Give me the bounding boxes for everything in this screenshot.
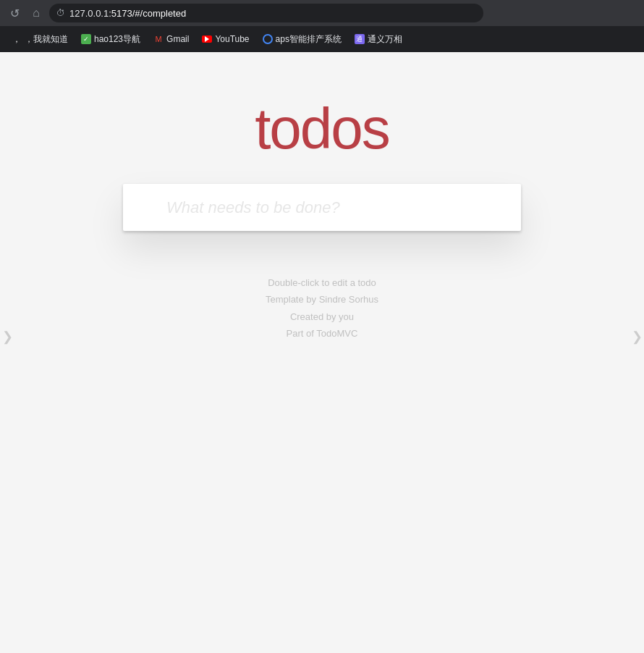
bookmarks-bar: ， ，我就知道 ✓ hao123导航 M Gmail YouTube aps智能… <box>0 26 644 52</box>
footer-line3: Created by you <box>266 308 378 325</box>
wozhi-icon: ， <box>12 34 22 44</box>
address-text: 127.0.0.1:5173/#/completed <box>69 8 186 19</box>
todo-input-container <box>123 184 521 231</box>
nav-icons: ↺ ⌂ <box>7 6 43 20</box>
main-content: todos Double-click to edit a todo Templa… <box>0 52 644 653</box>
browser-chrome: ↺ ⌂ ⏱ 127.0.0.1:5173/#/completed ， ，我就知道… <box>0 0 644 52</box>
footer-line1: Double-click to edit a todo <box>266 274 378 291</box>
bookmark-label: 通义万相 <box>368 33 402 46</box>
youtube-icon <box>202 35 212 43</box>
bookmark-label: ，我就知道 <box>25 33 68 46</box>
hao123-icon: ✓ <box>81 34 91 44</box>
reload-icon[interactable]: ↺ <box>7 6 22 20</box>
bookmark-aps[interactable]: aps智能排产系统 <box>257 30 347 49</box>
gmail-icon: M <box>153 34 164 44</box>
todo-input[interactable] <box>123 184 521 231</box>
timer-icon: ⏱ <box>56 8 65 18</box>
home-icon[interactable]: ⌂ <box>29 6 43 20</box>
bookmark-youtube[interactable]: YouTube <box>196 31 255 47</box>
app-title: todos <box>255 96 389 162</box>
bookmark-label: aps智能排产系统 <box>276 33 342 46</box>
tongyi-icon: 通 <box>355 34 365 44</box>
bookmark-wozhi[interactable]: ， ，我就知道 <box>6 30 74 49</box>
aps-icon <box>263 34 273 44</box>
bookmark-label: hao123导航 <box>94 33 140 46</box>
footer-line4: Part of TodoMVC <box>266 325 378 342</box>
bookmark-label: YouTube <box>215 34 249 44</box>
footer-info: Double-click to edit a todo Template by … <box>266 274 378 342</box>
bookmark-hao123[interactable]: ✓ hao123导航 <box>75 30 146 49</box>
bookmark-tongyi[interactable]: 通 通义万相 <box>349 30 408 49</box>
address-bar[interactable]: ⏱ 127.0.0.1:5173/#/completed <box>49 4 483 22</box>
left-nav-arrow[interactable]: ❯ <box>0 326 14 347</box>
browser-toolbar: ↺ ⌂ ⏱ 127.0.0.1:5173/#/completed <box>0 0 644 26</box>
bookmark-label: Gmail <box>166 34 189 44</box>
footer-line2: Template by Sindre Sorhus <box>266 291 378 308</box>
bookmark-gmail[interactable]: M Gmail <box>148 31 195 47</box>
right-nav-arrow[interactable]: ❯ <box>630 326 644 347</box>
